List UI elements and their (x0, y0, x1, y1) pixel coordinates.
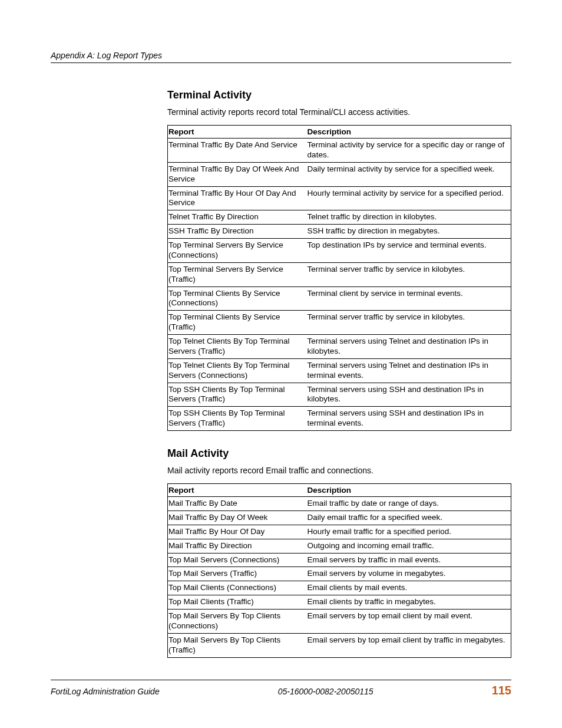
cell-report: Terminal Traffic By Hour Of Day And Serv… (168, 186, 307, 210)
cell-description: Terminal servers using Telnet and destin… (307, 358, 511, 383)
cell-report: Mail Traffic By Day Of Week (168, 510, 307, 525)
cell-report: Top Terminal Servers By Service (Traffic… (168, 262, 307, 286)
cell-report: Top SSH Clients By Top Terminal Servers … (168, 383, 307, 407)
cell-report: Terminal Traffic By Date And Service (168, 139, 307, 163)
table-row: Top Mail Clients (Traffic)Email clients … (168, 595, 511, 610)
cell-description: Terminal server traffic by service in ki… (307, 262, 511, 286)
table-header-row: Report Description (168, 484, 511, 497)
table-row: Top Telnet Clients By Top Terminal Serve… (168, 335, 511, 359)
table-row: Top Terminal Clients By Service (Traffic… (168, 311, 511, 335)
cell-report: Top Mail Clients (Connections) (168, 581, 307, 595)
cell-description: Daily email traffic for a specified week… (307, 510, 511, 525)
cell-description: Hourly email traffic for a specified per… (307, 525, 511, 539)
cell-report: Top Mail Servers (Connections) (168, 553, 307, 567)
table-row: Top Mail Servers By Top Clients (Traffic… (168, 633, 511, 657)
table-row: Top SSH Clients By Top Terminal Servers … (168, 383, 511, 407)
table-row: Top SSH Clients By Top Terminal Servers … (168, 407, 511, 431)
cell-report: Mail Traffic By Date (168, 497, 307, 511)
section-heading-mail: Mail Activity (167, 447, 511, 460)
table-row: Telnet Traffic By DirectionTelnet traffi… (168, 210, 511, 225)
appendix-title: Appendix A: Log Report Types (51, 51, 511, 60)
cell-description: Top destination IPs by service and termi… (307, 239, 511, 263)
cell-description: Email clients by traffic in megabytes. (307, 595, 511, 610)
cell-description: Terminal servers using SSH and destinati… (307, 407, 511, 431)
page-header: Appendix A: Log Report Types (51, 51, 511, 63)
table-row: Top Mail Clients (Connections)Email clie… (168, 581, 511, 595)
section-intro-terminal: Terminal activity reports record total T… (167, 107, 511, 117)
table-row: Top Mail Servers (Traffic)Email servers … (168, 567, 511, 581)
page-content: Terminal Activity Terminal activity repo… (51, 89, 511, 658)
cell-report: Mail Traffic By Hour Of Day (168, 525, 307, 539)
table-row: Mail Traffic By DirectionOutgoing and in… (168, 539, 511, 553)
cell-report: Top Telnet Clients By Top Terminal Serve… (168, 358, 307, 383)
col-report: Report (168, 484, 307, 497)
cell-description: Terminal activity by service for a speci… (307, 139, 511, 163)
cell-description: SSH traffic by direction in megabytes. (307, 225, 511, 239)
cell-report: Top SSH Clients By Top Terminal Servers … (168, 407, 307, 431)
col-description: Description (307, 126, 511, 139)
cell-report: Top Mail Servers By Top Clients (Traffic… (168, 633, 307, 657)
page-footer: FortiLog Administration Guide 05-16000-0… (51, 680, 511, 697)
cell-report: Mail Traffic By Direction (168, 539, 307, 553)
table-header-row: Report Description (168, 126, 511, 139)
table-row: Top Mail Servers (Connections)Email serv… (168, 553, 511, 567)
cell-description: Email traffic by date or range of days. (307, 497, 511, 511)
table-row: SSH Traffic By DirectionSSH traffic by d… (168, 225, 511, 239)
cell-report: Top Telnet Clients By Top Terminal Serve… (168, 335, 307, 359)
col-description: Description (307, 484, 511, 497)
cell-description: Daily terminal activity by service for a… (307, 162, 511, 186)
mail-table: Report Description Mail Traffic By DateE… (167, 483, 511, 658)
table-row: Mail Traffic By DateEmail traffic by dat… (168, 497, 511, 511)
cell-description: Terminal servers using SSH and destinati… (307, 383, 511, 407)
cell-report: SSH Traffic By Direction (168, 225, 307, 239)
cell-report: Top Terminal Clients By Service (Connect… (168, 286, 307, 311)
cell-description: Email servers by top email client by tra… (307, 633, 511, 657)
cell-report: Top Terminal Clients By Service (Traffic… (168, 311, 307, 335)
header-rule (51, 62, 511, 63)
cell-description: Email clients by mail events. (307, 581, 511, 595)
cell-description: Hourly terminal activity by service for … (307, 186, 511, 210)
cell-description: Terminal client by service in terminal e… (307, 286, 511, 311)
table-row: Top Terminal Clients By Service (Connect… (168, 286, 511, 311)
cell-description: Email servers by volume in megabytes. (307, 567, 511, 581)
cell-description: Terminal servers using Telnet and destin… (307, 335, 511, 359)
terminal-table: Report Description Terminal Traffic By D… (167, 125, 511, 431)
table-row: Top Terminal Servers By Service (Connect… (168, 239, 511, 263)
section-intro-mail: Mail activity reports record Email traff… (167, 466, 511, 475)
table-row: Top Telnet Clients By Top Terminal Serve… (168, 358, 511, 383)
table-row: Terminal Traffic By Date And ServiceTerm… (168, 139, 511, 163)
table-row: Top Terminal Servers By Service (Traffic… (168, 262, 511, 286)
cell-description: Email servers by top email client by mai… (307, 610, 511, 634)
table-row: Terminal Traffic By Hour Of Day And Serv… (168, 186, 511, 210)
cell-description: Terminal server traffic by service in ki… (307, 311, 511, 335)
table-row: Mail Traffic By Hour Of DayHourly email … (168, 525, 511, 539)
footer-row: FortiLog Administration Guide 05-16000-0… (51, 684, 511, 697)
footer-guide-title: FortiLog Administration Guide (51, 687, 160, 696)
cell-description: Outgoing and incoming email traffic. (307, 539, 511, 553)
cell-report: Terminal Traffic By Day Of Week And Serv… (168, 162, 307, 186)
col-report: Report (168, 126, 307, 139)
footer-doc-id: 05-16000-0082-20050115 (278, 687, 373, 696)
table-row: Terminal Traffic By Day Of Week And Serv… (168, 162, 511, 186)
section-heading-terminal: Terminal Activity (167, 89, 511, 101)
cell-report: Top Terminal Servers By Service (Connect… (168, 239, 307, 263)
table-row: Top Mail Servers By Top Clients (Connect… (168, 610, 511, 634)
table-row: Mail Traffic By Day Of WeekDaily email t… (168, 510, 511, 525)
cell-report: Top Mail Servers (Traffic) (168, 567, 307, 581)
page-number: 115 (492, 684, 511, 697)
cell-report: Top Mail Clients (Traffic) (168, 595, 307, 610)
footer-rule (51, 680, 511, 680)
cell-report: Top Mail Servers By Top Clients (Connect… (168, 610, 307, 634)
cell-report: Telnet Traffic By Direction (168, 210, 307, 225)
cell-description: Email servers by traffic in mail events. (307, 553, 511, 567)
cell-description: Telnet traffic by direction in kilobytes… (307, 210, 511, 225)
